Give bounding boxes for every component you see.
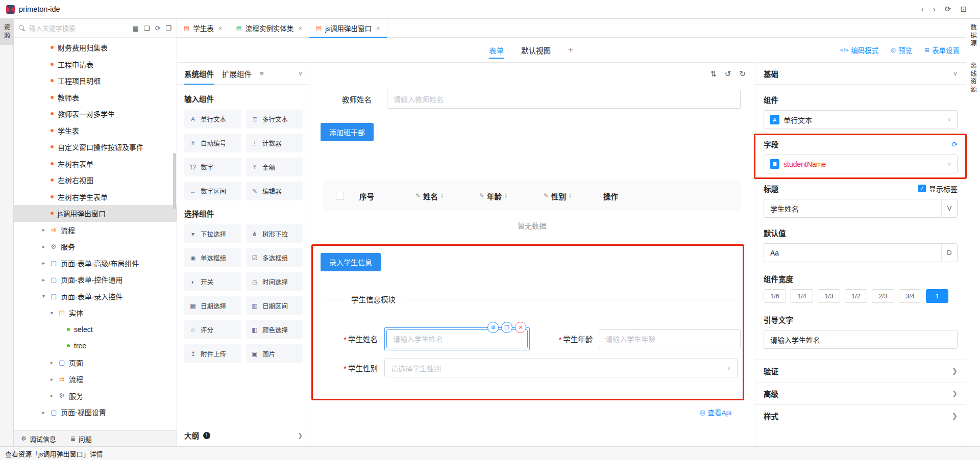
show-label-checkbox[interactable]: ✓ <box>918 185 926 192</box>
title-input[interactable] <box>764 205 941 213</box>
component-settings-button[interactable]: ⚙ <box>487 322 499 333</box>
chevron-down-icon[interactable]: ▾ <box>42 293 51 299</box>
sort-arrows-icon[interactable]: ▴▾ <box>505 193 507 199</box>
column-header-sortable[interactable]: ✎姓名▴▾ <box>415 191 479 201</box>
tree-item[interactable]: ▾▤实体 <box>14 304 177 321</box>
add-view-button[interactable]: + <box>568 45 573 55</box>
view-api-link[interactable]: ◎ 查看Api <box>321 407 731 417</box>
chevron-right-icon[interactable]: ▸ <box>51 360 59 365</box>
palette-item[interactable]: ☑多选框组 <box>246 248 303 267</box>
doc-tab[interactable]: ▤ 流程实例实体集 × <box>229 19 309 37</box>
gallery-icon[interactable]: ▦ <box>132 24 138 32</box>
tree-item[interactable]: ▾▢页面-表单-录入控件 <box>14 288 177 305</box>
tab-problems[interactable]: ≣ 问题 <box>70 434 92 444</box>
component-delete-button[interactable]: ✕ <box>515 322 526 333</box>
tree-item[interactable]: 左树右表单 <box>14 156 177 172</box>
redo-icon[interactable]: ↻ <box>739 69 746 79</box>
tree-item[interactable]: 工程项目明细 <box>14 72 177 89</box>
sort-icon[interactable]: ⇅ <box>710 69 717 79</box>
tab-form-view[interactable]: 表单 <box>489 38 504 62</box>
column-header-sortable[interactable]: ✎年龄▴▾ <box>479 191 544 201</box>
palette-item[interactable]: ⋔树形下拉 <box>246 224 303 243</box>
palette-item[interactable]: ▥日期区间 <box>246 296 303 315</box>
tree-item[interactable]: 左树右学生表单 <box>14 189 177 206</box>
palette-item[interactable]: ◐开关 <box>184 272 241 291</box>
guide-text-input[interactable] <box>764 336 957 344</box>
select-all-checkbox[interactable] <box>336 192 344 200</box>
chevron-right-icon[interactable]: ▸ <box>42 410 51 415</box>
palette-item[interactable]: ▣图片 <box>246 344 303 363</box>
tab-system-components[interactable]: 系统组件 <box>184 63 214 84</box>
palette-item[interactable]: ↔数字区间 <box>184 182 241 200</box>
tree-item[interactable]: select <box>14 321 177 338</box>
tree-item[interactable]: tree <box>14 338 177 354</box>
rail-tab-resources[interactable]: 资源 <box>0 19 13 45</box>
width-option-button[interactable]: 1/2 <box>845 289 867 303</box>
palette-item[interactable]: ↥附件上传 <box>184 344 241 363</box>
tree-item[interactable]: ▸⇉流程 <box>14 371 177 388</box>
tree-item[interactable]: ▸▢页面 <box>14 354 177 371</box>
sort-arrows-icon[interactable]: ▴▾ <box>569 193 571 199</box>
palette-item[interactable]: A单行文本 <box>184 110 241 129</box>
palette-item[interactable]: ◷时间选择 <box>246 272 303 291</box>
width-option-button[interactable]: 1/6 <box>764 289 786 303</box>
collapse-chevron-icon[interactable]: ∨ <box>298 70 303 77</box>
tree-item[interactable]: 左树右视图 <box>14 172 177 189</box>
tree-item[interactable]: ▸⚙服务 <box>14 238 177 255</box>
save-icon[interactable]: ⊡ <box>960 5 967 14</box>
width-option-button-selected[interactable]: 1 <box>926 289 948 303</box>
default-value-input[interactable] <box>764 249 941 257</box>
chevron-right-icon[interactable]: ▸ <box>42 277 51 283</box>
tab-close-icon[interactable]: × <box>218 24 223 32</box>
form-settings-button[interactable]: ⊞ 表单设置 <box>924 45 960 55</box>
palette-item[interactable]: ±计数器 <box>246 134 303 152</box>
width-option-button[interactable]: 2/3 <box>872 289 894 303</box>
chevron-right-icon[interactable]: ▸ <box>42 244 51 249</box>
tree-item[interactable]: ▸▢页面-视图设置 <box>14 404 177 421</box>
palette-item[interactable]: ¥金额 <box>246 158 303 176</box>
sort-arrows-icon[interactable]: ▴▾ <box>441 193 443 199</box>
width-option-button[interactable]: 3/4 <box>899 289 921 303</box>
student-age-input[interactable] <box>599 329 741 348</box>
tab-default-view[interactable]: 默认视图 <box>521 38 551 62</box>
rail-tab-data-source[interactable]: 数据源 <box>968 24 978 48</box>
tree-item[interactable]: 教师表一对多学生 <box>14 106 177 122</box>
palette-item[interactable]: ◉单选框组 <box>184 248 241 267</box>
tree-item[interactable]: ▸⚙服务 <box>14 388 177 404</box>
preview-button[interactable]: ◎ 预览 <box>891 45 912 55</box>
outline-section[interactable]: 大纲 ! ❯ <box>177 424 310 446</box>
chevron-right-icon[interactable]: ❯ <box>298 432 303 439</box>
palette-item[interactable]: ✎编辑器 <box>246 182 303 200</box>
history-forward-icon[interactable]: › <box>933 5 936 14</box>
palette-item[interactable]: ▦日期选择 <box>184 296 241 315</box>
palette-item[interactable]: 12数字 <box>184 158 241 176</box>
tree-item-selected[interactable]: js调用弹出窗口 <box>14 205 177 222</box>
add-class-monitor-button[interactable]: 添加班干部 <box>321 123 374 141</box>
palette-item[interactable]: ◧颜色选择 <box>246 320 303 339</box>
field-select[interactable]: ≣ studentName ∨ <box>764 155 958 173</box>
refresh-icon[interactable]: ⟳ <box>945 5 951 14</box>
tab-debug-info[interactable]: ⚙ 调试信息 <box>21 434 56 444</box>
history-back-icon[interactable]: ‹ <box>921 5 924 14</box>
tab-close-icon[interactable]: × <box>376 24 380 32</box>
tree-item[interactable]: ▸▢页面-表单-高级/布局组件 <box>14 255 177 272</box>
tree-item[interactable]: ▸▢页面-表单-控件通用 <box>14 271 177 288</box>
tree-item[interactable]: 财务费用归集表 <box>14 39 177 56</box>
section-style[interactable]: 样式 ❯ <box>755 404 966 427</box>
chevron-right-icon[interactable]: ▸ <box>51 393 59 398</box>
variable-toggle-button[interactable]: V <box>941 199 957 217</box>
copy-icon[interactable]: ❐ <box>165 24 172 32</box>
chevron-down-icon[interactable]: ∨ <box>953 70 958 77</box>
tree-item[interactable]: 自定义窗口操作按钮及事件 <box>14 139 177 156</box>
width-option-button[interactable]: 1/4 <box>791 289 813 303</box>
chevron-right-icon[interactable]: ▸ <box>42 260 51 266</box>
palette-item[interactable]: ☆评分 <box>184 320 241 339</box>
section-validation[interactable]: 验证 ❯ <box>755 360 966 382</box>
width-option-button[interactable]: 1/3 <box>818 289 840 303</box>
code-mode-button[interactable]: </> 编码模式 <box>840 45 879 55</box>
tree-item[interactable]: 学生表 <box>14 122 177 139</box>
doc-tab-active[interactable]: ▤ js调用弹出窗口 × <box>309 19 387 37</box>
tree-item[interactable]: ▸⇉流程 <box>14 222 177 239</box>
palette-item[interactable]: #自动编号 <box>184 134 241 152</box>
component-copy-button[interactable]: ❐ <box>501 322 512 333</box>
